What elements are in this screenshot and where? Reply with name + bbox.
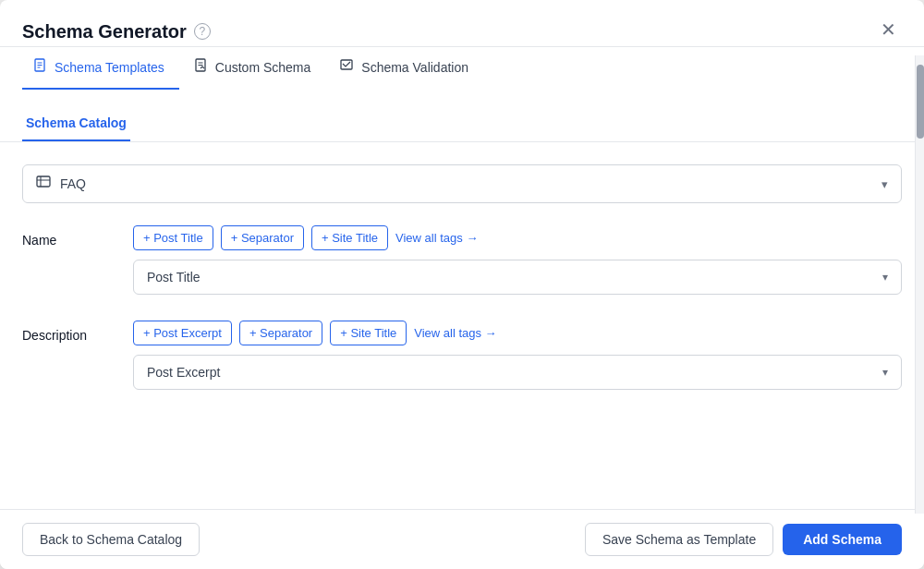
name-field-row: Name + Post Title + Separator + Site Tit…: [22, 225, 902, 295]
footer-right: Save Schema as Template Add Schema: [585, 523, 902, 556]
description-field-row: Description + Post Excerpt + Separator +…: [22, 321, 902, 390]
modal-title: Schema Generator: [22, 21, 187, 42]
name-value-text: Post Title: [147, 270, 201, 284]
tab-custom-schema[interactable]: Custom Schema: [183, 47, 325, 90]
name-tag-separator[interactable]: + Separator: [221, 225, 304, 250]
name-tag-buttons: + Post Title + Separator + Site Title Vi…: [133, 225, 902, 250]
description-value-chevron-icon: ▾: [882, 366, 888, 379]
tab-schema-validation[interactable]: Schema Validation: [329, 47, 483, 90]
dropdown-left: FAQ: [36, 175, 86, 193]
svg-rect-7: [341, 60, 352, 69]
description-value-box[interactable]: Post Excerpt ▾: [133, 355, 902, 390]
scrollbar-thumb[interactable]: [917, 65, 924, 139]
svg-rect-8: [37, 176, 50, 187]
back-to-catalog-button[interactable]: Back to Schema Catalog: [22, 523, 200, 556]
faq-icon: [36, 175, 51, 193]
name-tag-site-title[interactable]: + Site Title: [311, 225, 388, 250]
add-schema-button[interactable]: Add Schema: [783, 524, 902, 555]
tab-schema-catalog[interactable]: Schema Catalog: [22, 106, 130, 141]
name-view-all-tags-link[interactable]: View all tags →: [395, 231, 478, 245]
dropdown-chevron-icon: ▾: [881, 177, 888, 191]
modal-footer: Back to Schema Catalog Save Schema as Te…: [0, 509, 924, 569]
name-field-controls: + Post Title + Separator + Site Title Vi…: [133, 225, 902, 295]
schema-validation-icon: [340, 58, 355, 77]
name-field-label: Name: [22, 225, 133, 248]
schema-templates-icon: [33, 58, 48, 77]
description-field-label: Description: [22, 321, 133, 343]
content-area: FAQ ▾ Name + Post Title + Separator + Si…: [0, 142, 924, 509]
description-value-text: Post Excerpt: [147, 365, 220, 380]
description-tag-buttons: + Post Excerpt + Separator + Site Title …: [133, 321, 902, 345]
description-tag-site-title[interactable]: + Site Title: [330, 321, 407, 345]
main-tabs: Schema Templates Custom Schema Schema: [0, 47, 924, 90]
section-tabs: Schema Catalog: [0, 90, 924, 142]
description-tag-separator[interactable]: + Separator: [239, 321, 322, 345]
tab-schema-templates[interactable]: Schema Templates: [22, 47, 179, 90]
name-tag-post-title[interactable]: + Post Title: [133, 225, 213, 250]
close-button[interactable]: ✕: [875, 17, 902, 42]
dropdown-selected-label: FAQ: [60, 176, 86, 191]
tab-custom-schema-label: Custom Schema: [215, 60, 310, 75]
name-value-chevron-icon: ▾: [882, 271, 888, 284]
help-icon[interactable]: ?: [194, 23, 211, 40]
schema-type-dropdown[interactable]: FAQ ▾: [22, 164, 902, 203]
scrollbar-track[interactable]: [915, 55, 924, 514]
description-field-controls: + Post Excerpt + Separator + Site Title …: [133, 321, 902, 390]
description-tag-post-excerpt[interactable]: + Post Excerpt: [133, 321, 232, 345]
name-value-box[interactable]: Post Title ▾: [133, 260, 902, 295]
description-view-all-tags-link[interactable]: View all tags →: [414, 326, 496, 340]
modal-header: Schema Generator ? ✕: [0, 0, 924, 47]
schema-type-dropdown-row: FAQ ▾: [22, 164, 902, 203]
tab-schema-templates-label: Schema Templates: [55, 60, 164, 75]
custom-schema-icon: [194, 58, 209, 77]
header-left: Schema Generator ?: [22, 21, 211, 42]
tab-schema-validation-label: Schema Validation: [361, 60, 468, 75]
schema-generator-modal: Schema Generator ? ✕ Schema Templates: [0, 0, 924, 569]
save-schema-template-button[interactable]: Save Schema as Template: [585, 523, 773, 556]
